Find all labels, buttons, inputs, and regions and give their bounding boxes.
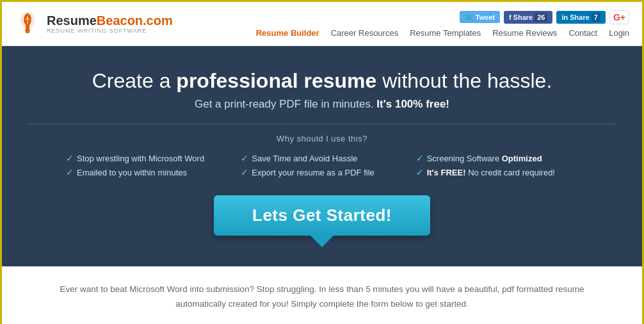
logo-icon xyxy=(15,8,40,39)
hero-headline-prefix: Create a xyxy=(92,69,177,92)
hero-subheadline: Get a print-ready PDF file in minutes. I… xyxy=(28,98,616,111)
feature-2-text: Save Time and Avoid Hassle xyxy=(252,154,357,163)
feature-1-text: Stop wrestling with Microsoft Word xyxy=(77,154,204,163)
facebook-label: Share xyxy=(513,13,533,21)
cta-wrapper: Lets Get Started! xyxy=(214,195,430,247)
site-header: ResumeBeacon.com RESUME WRITING SOFTWARE… xyxy=(2,2,642,46)
google-share-button[interactable]: G+ xyxy=(609,10,629,24)
nav-resume-builder[interactable]: Resume Builder xyxy=(256,28,319,38)
feature-1: ✓ Stop wrestling with Microsoft Word xyxy=(66,153,228,163)
nav-contact[interactable]: Contact xyxy=(568,28,597,38)
check-icon-3: ✓ xyxy=(416,153,424,163)
nav-career-resources[interactable]: Career Resources xyxy=(331,28,399,38)
nav-resume-reviews[interactable]: Resume Reviews xyxy=(492,28,557,38)
feature-5: ✓ Export your resume as a PDF file xyxy=(241,167,403,177)
hero-sub-bold: It's 100% free! xyxy=(376,98,449,110)
hero-headline-suffix: without the hassle. xyxy=(376,69,552,92)
logo: ResumeBeacon.com RESUME WRITING SOFTWARE xyxy=(15,8,173,39)
feature-3: ✓ Screening Software Optimized xyxy=(416,153,578,163)
twitter-share-button[interactable]: 🐦 Tweet xyxy=(460,11,500,23)
hero-sub-prefix: Get a print-ready PDF file in minutes. xyxy=(195,98,376,110)
google-icon: G+ xyxy=(613,12,625,22)
facebook-icon: f xyxy=(509,13,511,21)
hero-headline-bold: professional resume xyxy=(176,69,376,92)
hero-divider xyxy=(28,124,616,124)
check-icon-6: ✓ xyxy=(416,167,424,177)
features-grid: ✓ Stop wrestling with Microsoft Word ✓ S… xyxy=(66,153,578,177)
linkedin-count: 7 xyxy=(592,13,600,22)
social-buttons: 🐦 Tweet f Share 26 in Share 7 G+ xyxy=(460,10,629,24)
facebook-share-button[interactable]: f Share 26 xyxy=(504,11,553,24)
feature-6-text: It's FREE! No credit card required! xyxy=(427,168,555,177)
bottom-section: Ever want to beat Microsoft Word into su… xyxy=(2,266,642,324)
bottom-description: Ever want to beat Microsoft Word into su… xyxy=(60,282,584,312)
feature-4-text: Emailed to you within minutes xyxy=(77,168,187,177)
main-nav: Resume Builder Career Resources Resume T… xyxy=(256,28,629,38)
hero-section: Create a professional resume without the… xyxy=(2,46,642,266)
nav-login[interactable]: Login xyxy=(609,28,629,38)
logo-tagline: RESUME WRITING SOFTWARE xyxy=(47,28,173,34)
linkedin-share-button[interactable]: in Share 7 xyxy=(556,11,605,24)
svg-rect-2 xyxy=(26,31,30,33)
cta-button[interactable]: Lets Get Started! xyxy=(214,195,430,236)
feature-2: ✓ Save Time and Avoid Hassle xyxy=(241,153,403,163)
check-icon-5: ✓ xyxy=(241,167,248,177)
why-label: Why should I use this? xyxy=(28,134,616,143)
feature-6: ✓ It's FREE! No credit card required! xyxy=(416,167,578,177)
twitter-icon: 🐦 xyxy=(465,13,474,21)
svg-rect-1 xyxy=(25,29,30,31)
logo-text: ResumeBeacon.com RESUME WRITING SOFTWARE xyxy=(47,13,173,34)
nav-resume-templates[interactable]: Resume Templates xyxy=(410,28,481,38)
check-icon-1: ✓ xyxy=(66,153,74,163)
feature-5-text: Export your resume as a PDF file xyxy=(252,168,374,177)
cta-arrow xyxy=(310,236,334,247)
facebook-count: 26 xyxy=(535,13,547,22)
linkedin-label: Share xyxy=(570,13,590,21)
feature-3-text: Screening Software Optimized xyxy=(427,154,542,163)
check-icon-4: ✓ xyxy=(66,167,74,177)
hero-headline: Create a professional resume without the… xyxy=(28,69,616,93)
header-right: 🐦 Tweet f Share 26 in Share 7 G+ Resume … xyxy=(256,10,629,38)
feature-4: ✓ Emailed to you within minutes xyxy=(66,167,228,177)
linkedin-icon: in xyxy=(561,13,568,21)
check-icon-2: ✓ xyxy=(241,153,248,163)
twitter-label: Tweet xyxy=(476,13,495,21)
logo-name: ResumeBeacon.com xyxy=(47,13,173,28)
